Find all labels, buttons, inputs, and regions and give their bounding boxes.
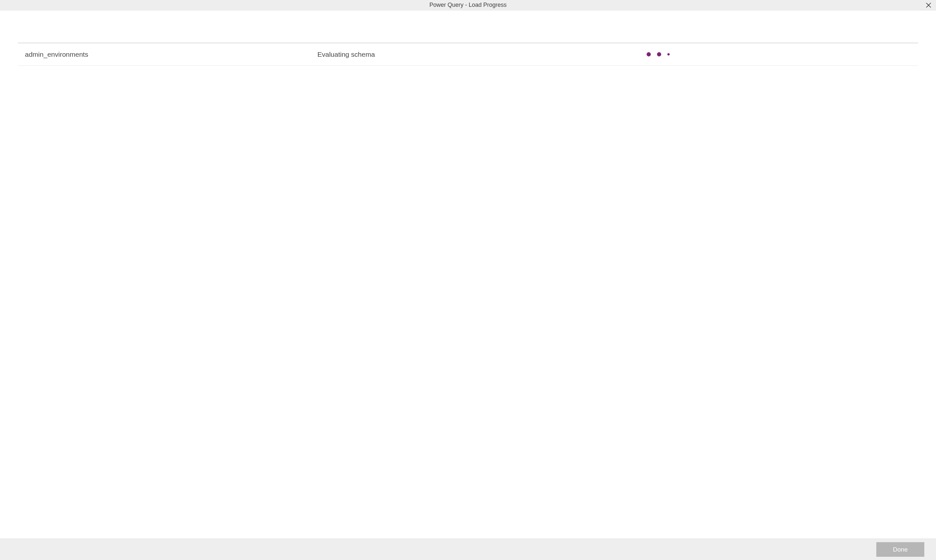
titlebar: Power Query - Load Progress (0, 0, 936, 10)
loading-indicator (645, 52, 911, 57)
footer: Done (0, 538, 936, 560)
content-area: admin_environments Evaluating schema (0, 10, 936, 538)
close-button[interactable] (921, 0, 936, 10)
loading-dot-icon (657, 52, 661, 57)
loading-dot-icon (647, 52, 651, 57)
window-title: Power Query - Load Progress (429, 2, 506, 8)
query-name: admin_environments (25, 51, 317, 58)
table-row: admin_environments Evaluating schema (18, 43, 918, 66)
query-status: Evaluating schema (317, 51, 645, 58)
progress-table: admin_environments Evaluating schema (18, 43, 918, 66)
done-button[interactable]: Done (876, 542, 924, 557)
close-icon (926, 3, 931, 8)
loading-dot-icon (668, 53, 670, 55)
